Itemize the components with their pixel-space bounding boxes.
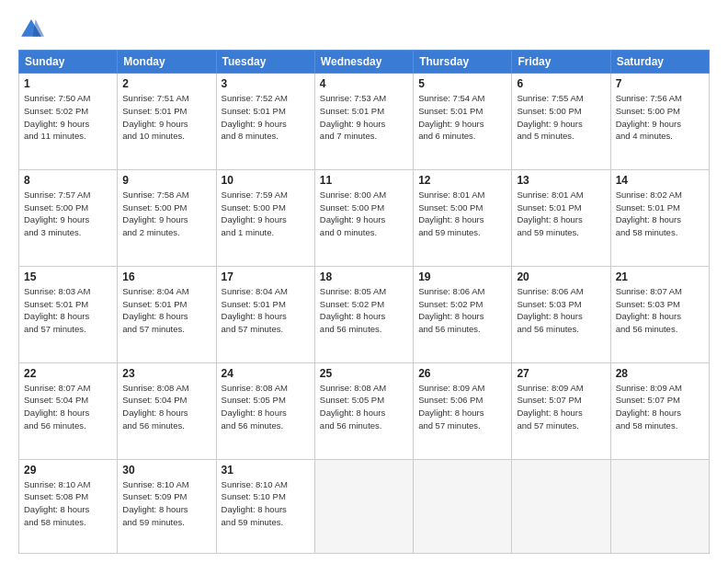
day-cell-31: 31Sunrise: 8:10 AM Sunset: 5:10 PM Dayli… <box>216 459 314 553</box>
day-info-26: Sunrise: 8:09 AM Sunset: 5:06 PM Dayligh… <box>418 382 506 432</box>
day-cell-2: 2Sunrise: 7:51 AM Sunset: 5:01 PM Daylig… <box>118 74 216 170</box>
day-number-19: 19 <box>418 270 506 283</box>
day-cell-29: 29Sunrise: 8:10 AM Sunset: 5:08 PM Dayli… <box>19 459 118 553</box>
day-number-22: 22 <box>24 367 112 380</box>
day-info-18: Sunrise: 8:05 AM Sunset: 5:02 PM Dayligh… <box>320 285 408 336</box>
day-cell-16: 16Sunrise: 8:04 AM Sunset: 5:01 PM Dayli… <box>118 266 216 362</box>
day-cell-24: 24Sunrise: 8:08 AM Sunset: 5:05 PM Dayli… <box>216 362 314 459</box>
day-number-29: 29 <box>24 464 112 477</box>
header <box>18 17 710 42</box>
calendar-table: SundayMondayTuesdayWednesdayThursdayFrid… <box>18 50 710 554</box>
day-info-19: Sunrise: 8:06 AM Sunset: 5:02 PM Dayligh… <box>418 285 506 336</box>
day-info-10: Sunrise: 7:59 AM Sunset: 5:00 PM Dayligh… <box>222 189 310 239</box>
week-row-1: 1Sunrise: 7:50 AM Sunset: 5:02 PM Daylig… <box>19 74 710 170</box>
day-number-9: 9 <box>122 174 210 187</box>
day-cell-15: 15Sunrise: 8:03 AM Sunset: 5:01 PM Dayli… <box>19 266 118 362</box>
day-info-27: Sunrise: 8:09 AM Sunset: 5:07 PM Dayligh… <box>517 382 605 432</box>
day-number-15: 15 <box>24 270 112 283</box>
day-info-11: Sunrise: 8:00 AM Sunset: 5:00 PM Dayligh… <box>320 189 408 239</box>
svg-marker-1 <box>33 19 44 37</box>
day-number-4: 4 <box>320 77 408 90</box>
day-number-20: 20 <box>517 270 605 283</box>
day-info-2: Sunrise: 7:51 AM Sunset: 5:01 PM Dayligh… <box>122 92 210 143</box>
weekday-wednesday: Wednesday <box>314 51 413 74</box>
day-cell-8: 8Sunrise: 7:57 AM Sunset: 5:00 PM Daylig… <box>19 169 118 266</box>
day-info-15: Sunrise: 8:03 AM Sunset: 5:01 PM Dayligh… <box>24 285 112 336</box>
day-info-5: Sunrise: 7:54 AM Sunset: 5:01 PM Dayligh… <box>418 92 506 143</box>
day-number-25: 25 <box>320 367 408 380</box>
day-number-10: 10 <box>222 174 310 187</box>
empty-cell <box>512 459 610 553</box>
day-cell-22: 22Sunrise: 8:07 AM Sunset: 5:04 PM Dayli… <box>19 362 118 459</box>
day-info-25: Sunrise: 8:08 AM Sunset: 5:05 PM Dayligh… <box>320 382 408 432</box>
day-cell-14: 14Sunrise: 8:02 AM Sunset: 5:01 PM Dayli… <box>610 169 709 266</box>
day-info-29: Sunrise: 8:10 AM Sunset: 5:08 PM Dayligh… <box>24 478 112 529</box>
day-number-26: 26 <box>418 367 506 380</box>
day-cell-12: 12Sunrise: 8:01 AM Sunset: 5:00 PM Dayli… <box>414 169 512 266</box>
day-number-11: 11 <box>320 174 408 187</box>
day-cell-1: 1Sunrise: 7:50 AM Sunset: 5:02 PM Daylig… <box>19 74 118 170</box>
weekday-header-row: SundayMondayTuesdayWednesdayThursdayFrid… <box>19 51 710 74</box>
empty-cell <box>314 459 413 553</box>
day-info-3: Sunrise: 7:52 AM Sunset: 5:01 PM Dayligh… <box>222 92 310 143</box>
day-info-6: Sunrise: 7:55 AM Sunset: 5:00 PM Dayligh… <box>517 92 605 143</box>
day-number-30: 30 <box>122 464 210 477</box>
weekday-sunday: Sunday <box>19 51 118 74</box>
weekday-saturday: Saturday <box>610 51 709 74</box>
day-info-31: Sunrise: 8:10 AM Sunset: 5:10 PM Dayligh… <box>222 478 310 529</box>
day-cell-20: 20Sunrise: 8:06 AM Sunset: 5:03 PM Dayli… <box>512 266 610 362</box>
day-cell-23: 23Sunrise: 8:08 AM Sunset: 5:04 PM Dayli… <box>118 362 216 459</box>
day-cell-30: 30Sunrise: 8:10 AM Sunset: 5:09 PM Dayli… <box>118 459 216 553</box>
day-number-14: 14 <box>616 174 704 187</box>
day-cell-21: 21Sunrise: 8:07 AM Sunset: 5:03 PM Dayli… <box>610 266 709 362</box>
day-number-28: 28 <box>616 367 704 380</box>
day-number-6: 6 <box>517 77 605 90</box>
day-cell-18: 18Sunrise: 8:05 AM Sunset: 5:02 PM Dayli… <box>314 266 413 362</box>
page: SundayMondayTuesdayWednesdayThursdayFrid… <box>0 0 728 563</box>
day-number-24: 24 <box>222 367 310 380</box>
week-row-5: 29Sunrise: 8:10 AM Sunset: 5:08 PM Dayli… <box>19 459 710 553</box>
day-info-8: Sunrise: 7:57 AM Sunset: 5:00 PM Dayligh… <box>24 189 112 239</box>
day-info-9: Sunrise: 7:58 AM Sunset: 5:00 PM Dayligh… <box>122 189 210 239</box>
day-info-23: Sunrise: 8:08 AM Sunset: 5:04 PM Dayligh… <box>122 382 210 432</box>
day-number-18: 18 <box>320 270 408 283</box>
day-number-1: 1 <box>24 77 112 90</box>
weekday-monday: Monday <box>118 51 216 74</box>
day-cell-4: 4Sunrise: 7:53 AM Sunset: 5:01 PM Daylig… <box>314 74 413 170</box>
day-cell-28: 28Sunrise: 8:09 AM Sunset: 5:07 PM Dayli… <box>610 362 709 459</box>
day-info-14: Sunrise: 8:02 AM Sunset: 5:01 PM Dayligh… <box>616 189 704 239</box>
day-number-31: 31 <box>222 464 310 477</box>
day-info-22: Sunrise: 8:07 AM Sunset: 5:04 PM Dayligh… <box>24 382 112 432</box>
day-info-13: Sunrise: 8:01 AM Sunset: 5:01 PM Dayligh… <box>517 189 605 239</box>
week-row-2: 8Sunrise: 7:57 AM Sunset: 5:00 PM Daylig… <box>19 169 710 266</box>
day-info-24: Sunrise: 8:08 AM Sunset: 5:05 PM Dayligh… <box>222 382 310 432</box>
day-cell-26: 26Sunrise: 8:09 AM Sunset: 5:06 PM Dayli… <box>414 362 512 459</box>
week-row-4: 22Sunrise: 8:07 AM Sunset: 5:04 PM Dayli… <box>19 362 710 459</box>
day-cell-5: 5Sunrise: 7:54 AM Sunset: 5:01 PM Daylig… <box>414 74 512 170</box>
day-cell-9: 9Sunrise: 7:58 AM Sunset: 5:00 PM Daylig… <box>118 169 216 266</box>
day-cell-27: 27Sunrise: 8:09 AM Sunset: 5:07 PM Dayli… <box>512 362 610 459</box>
day-number-3: 3 <box>222 77 310 90</box>
logo <box>18 17 48 42</box>
empty-cell <box>414 459 512 553</box>
day-number-17: 17 <box>222 270 310 283</box>
day-number-2: 2 <box>122 77 210 90</box>
day-info-4: Sunrise: 7:53 AM Sunset: 5:01 PM Dayligh… <box>320 92 408 143</box>
weekday-friday: Friday <box>512 51 610 74</box>
weekday-tuesday: Tuesday <box>216 51 314 74</box>
day-number-8: 8 <box>24 174 112 187</box>
day-number-12: 12 <box>418 174 506 187</box>
day-number-5: 5 <box>418 77 506 90</box>
day-info-20: Sunrise: 8:06 AM Sunset: 5:03 PM Dayligh… <box>517 285 605 336</box>
empty-cell <box>610 459 709 553</box>
day-info-21: Sunrise: 8:07 AM Sunset: 5:03 PM Dayligh… <box>616 285 704 336</box>
day-number-27: 27 <box>517 367 605 380</box>
day-cell-11: 11Sunrise: 8:00 AM Sunset: 5:00 PM Dayli… <box>314 169 413 266</box>
day-info-7: Sunrise: 7:56 AM Sunset: 5:00 PM Dayligh… <box>616 92 704 143</box>
week-row-3: 15Sunrise: 8:03 AM Sunset: 5:01 PM Dayli… <box>19 266 710 362</box>
day-info-17: Sunrise: 8:04 AM Sunset: 5:01 PM Dayligh… <box>222 285 310 336</box>
day-info-16: Sunrise: 8:04 AM Sunset: 5:01 PM Dayligh… <box>122 285 210 336</box>
day-cell-3: 3Sunrise: 7:52 AM Sunset: 5:01 PM Daylig… <box>216 74 314 170</box>
day-info-28: Sunrise: 8:09 AM Sunset: 5:07 PM Dayligh… <box>616 382 704 432</box>
day-cell-25: 25Sunrise: 8:08 AM Sunset: 5:05 PM Dayli… <box>314 362 413 459</box>
